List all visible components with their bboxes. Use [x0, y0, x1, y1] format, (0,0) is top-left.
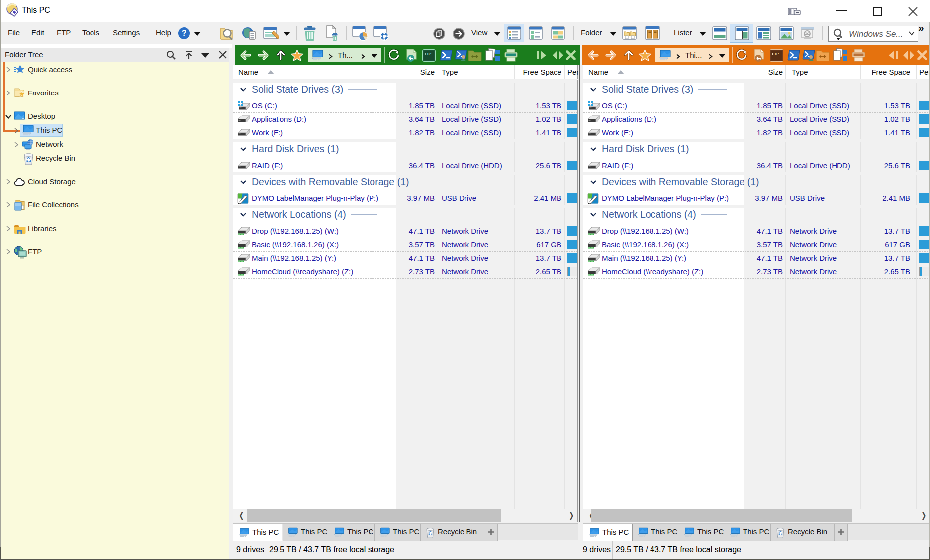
svg-text:C:: C: [775, 52, 780, 56]
svg-text:C:: C: [427, 52, 432, 56]
